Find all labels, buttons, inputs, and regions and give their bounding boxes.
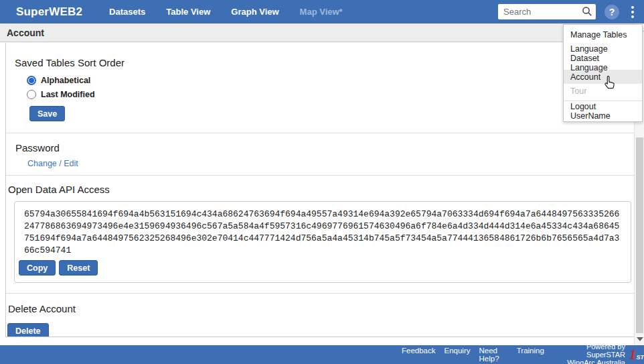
footer-link-need-help[interactable]: Need Help? bbox=[479, 347, 508, 363]
search-icon[interactable] bbox=[582, 6, 592, 19]
account-content: Saved Tables Sort Order Alphabetical Las… bbox=[5, 43, 634, 337]
api-token-box: 65794a30655841694f694a4b563151694c434a68… bbox=[14, 201, 631, 283]
page-title: Account bbox=[0, 23, 644, 42]
footer-link-training[interactable]: Training bbox=[517, 347, 544, 363]
app-logo: SuperWEB2 bbox=[16, 5, 82, 19]
nav-item-datasets[interactable]: Datasets bbox=[109, 7, 145, 17]
scrollbar-thumb[interactable] bbox=[636, 137, 643, 333]
overflow-dropdown-menu: Manage Tables Language Dataset Language … bbox=[563, 24, 643, 122]
powered-by-text: Powered by SuperSTAR WingArc Australia bbox=[554, 343, 625, 364]
sort-order-heading: Saved Tables Sort Order bbox=[15, 57, 634, 69]
navbar-right-controls: ? bbox=[498, 4, 644, 19]
radio-alphabetical-label[interactable]: Alphabetical bbox=[41, 76, 90, 85]
main-nav: Datasets Table View Graph View Map View* bbox=[109, 7, 343, 17]
nav-item-map-view[interactable]: Map View* bbox=[300, 7, 343, 17]
menu-item-manage-tables[interactable]: Manage Tables bbox=[564, 27, 642, 42]
copy-button[interactable]: Copy bbox=[19, 260, 56, 276]
save-button[interactable]: Save bbox=[29, 106, 65, 121]
help-icon[interactable]: ? bbox=[605, 5, 619, 19]
nav-item-graph-view[interactable]: Graph View bbox=[231, 7, 278, 17]
change-password-link[interactable]: Change / Edit bbox=[27, 159, 78, 168]
top-navbar: SuperWEB2 Datasets Table View Graph View… bbox=[0, 0, 644, 23]
superweb2-app: SuperWEB2 Datasets Table View Graph View… bbox=[0, 0, 644, 364]
radio-last-modified-icon[interactable] bbox=[27, 90, 36, 99]
divider bbox=[6, 293, 634, 294]
divider bbox=[6, 175, 634, 176]
search-box bbox=[498, 4, 596, 19]
wingarc-1st-logo: 1 ST bbox=[629, 349, 644, 361]
radio-last-modified-label[interactable]: Last Modified bbox=[41, 90, 95, 99]
scroll-down-arrow-icon[interactable] bbox=[637, 337, 643, 341]
radio-last-modified[interactable]: Last Modified bbox=[27, 88, 634, 101]
content-bottom-strip bbox=[0, 337, 644, 345]
api-access-heading: Open Data API Access bbox=[8, 184, 634, 196]
footer-link-enquiry[interactable]: Enquiry bbox=[445, 347, 471, 363]
reset-button[interactable]: Reset bbox=[59, 260, 98, 276]
overflow-menu-icon[interactable] bbox=[628, 5, 637, 19]
nav-item-table-view[interactable]: Table View bbox=[166, 7, 210, 17]
menu-item-tour: Tour bbox=[564, 84, 642, 98]
radio-alphabetical-icon[interactable] bbox=[27, 76, 36, 85]
api-token-value: 65794a30655841694f694a4b563151694c434a68… bbox=[24, 208, 621, 257]
delete-account-heading: Delete Account bbox=[8, 303, 634, 315]
radio-alphabetical[interactable]: Alphabetical bbox=[27, 74, 634, 86]
divider bbox=[6, 133, 634, 133]
menu-item-dataset-language[interactable]: Dataset Language bbox=[564, 56, 642, 70]
password-heading: Password bbox=[15, 142, 634, 154]
menu-item-logout[interactable]: Logout UserName bbox=[564, 104, 642, 118]
delete-button[interactable]: Delete bbox=[7, 323, 49, 337]
token-actions: Copy Reset bbox=[19, 260, 621, 276]
footer-link-feedback[interactable]: Feedback bbox=[402, 347, 436, 363]
footer-links: Feedback Enquiry Need Help? Training bbox=[402, 347, 544, 363]
footer: Feedback Enquiry Need Help? Training Pow… bbox=[0, 345, 644, 364]
